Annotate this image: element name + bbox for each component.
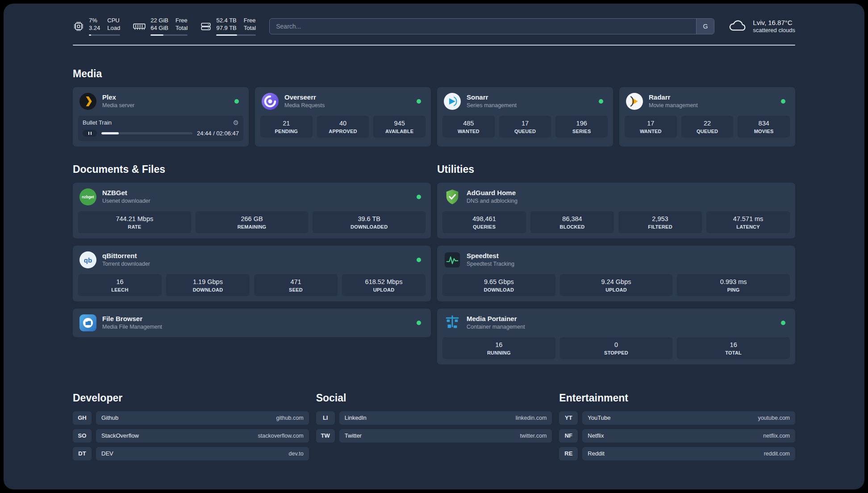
bookmark-youtube[interactable]: YouTube youtube.com — [582, 411, 795, 425]
search-bar: G — [269, 18, 714, 34]
disk-free-value: 52.4 TB — [216, 17, 236, 25]
system-stats: 7% 3.24 CPU Load — [73, 17, 256, 36]
sonarr-subtitle: Series management — [467, 102, 593, 109]
cpu-percent: 7% — [89, 17, 100, 25]
stat-download: 1.19 Gbps DOWNLOAD — [166, 274, 250, 296]
adguard-subtitle: DNS and adblocking — [467, 198, 789, 205]
ram-label-1: Free — [175, 17, 188, 25]
nzbget-icon: nzbget — [79, 188, 97, 206]
stat-queued: 17 QUEUED — [499, 116, 551, 138]
qbittorrent-status-dot — [417, 258, 421, 262]
github-abbr: GH — [73, 411, 92, 425]
cpu-stat: 7% 3.24 CPU Load — [73, 17, 120, 36]
plex-status-dot — [234, 99, 239, 104]
ram-free-value: 22 GiB — [150, 17, 168, 25]
card-speedtest[interactable]: Speedtest Speedtest Tracking 9.65 Gbps D… — [437, 246, 795, 301]
top-bar: 7% 3.24 CPU Load — [73, 17, 795, 36]
stat-filtered: 2,953 FILTERED — [618, 211, 702, 233]
stat-queries: 498,461 QUERIES — [442, 211, 526, 233]
stat-leech: 16 LEECH — [78, 274, 162, 296]
search-input[interactable] — [270, 19, 696, 34]
stat-latency: 47.571 ms LATENCY — [706, 211, 790, 233]
card-portainer[interactable]: Media Portainer Container management 16 … — [437, 309, 795, 364]
speedtest-icon — [443, 251, 461, 269]
bookmark-linkedin[interactable]: LinkedIn linkedin.com — [339, 411, 552, 425]
ram-stat: 22 GiB 64 GiB Free Total — [133, 17, 188, 36]
qbittorrent-name: qBittorrent — [102, 252, 411, 260]
card-adguard[interactable]: AdGuard Home DNS and adblocking 498,461 … — [437, 183, 795, 238]
developer-heading: Developer — [73, 392, 309, 404]
sonarr-status-dot — [599, 99, 603, 104]
stat-remaining: 266 GB REMAINING — [196, 211, 309, 233]
card-sonarr[interactable]: Sonarr Series management 485 WANTED 17 Q… — [437, 87, 613, 146]
card-filebrowser[interactable]: File Browser Media File Management — [73, 309, 431, 337]
bookmark-reddit[interactable]: Reddit reddit.com — [582, 447, 795, 460]
filebrowser-subtitle: Media File Management — [102, 324, 411, 331]
disk-stat: 52.4 TB 97.9 TB Free Total — [200, 17, 256, 36]
netflix-abbr: NF — [559, 429, 578, 443]
adguard-name: AdGuard Home — [467, 189, 789, 197]
stat-upload: 618.52 Mbps UPLOAD — [342, 274, 426, 296]
documents-heading: Documents & Files — [73, 163, 431, 175]
ram-label-2: Total — [175, 25, 188, 32]
playback-progress-bar[interactable] — [101, 132, 192, 134]
nzbget-subtitle: Usenet downloader — [102, 198, 411, 205]
filebrowser-name: File Browser — [102, 315, 411, 323]
stat-upload: 9.24 Gbps UPLOAD — [560, 274, 673, 296]
card-radarr[interactable]: Radarr Movie management 17 WANTED 22 QUE… — [619, 87, 795, 146]
bookmark-group-developer: Developer GH Github github.com SO StackO… — [73, 392, 309, 460]
portainer-icon — [443, 314, 461, 332]
card-nzbget[interactable]: nzbget NZBGet Usenet downloader 744.21 M… — [73, 183, 431, 238]
bookmark-twitter[interactable]: Twitter twitter.com — [339, 429, 552, 443]
card-overseerr[interactable]: Overseerr Media Requests 21 PENDING 40 A… — [255, 87, 431, 146]
filebrowser-status-dot — [417, 321, 421, 325]
stackoverflow-abbr: SO — [73, 429, 92, 443]
documents-section: Documents & Files nzbget NZBGet Usenet d — [73, 163, 431, 337]
disk-icon — [200, 21, 212, 32]
card-plex[interactable]: Plex Media server Bullet Train ⚙ — [73, 87, 249, 146]
portainer-subtitle: Container management — [467, 324, 776, 331]
twitter-abbr: TW — [316, 429, 335, 443]
weather-location: Lviv, 16.87°C — [753, 18, 795, 27]
dashboard-page: 7% 3.24 CPU Load — [4, 4, 864, 489]
stat-pending: 21 PENDING — [260, 116, 313, 138]
bookmark-stackoverflow[interactable]: StackOverflow stackoverflow.com — [96, 429, 309, 443]
entertainment-heading: Entertainment — [559, 392, 795, 404]
pause-button[interactable] — [83, 130, 97, 137]
playback-time: 24:44 / 02:06:47 — [197, 130, 239, 137]
stat-blocked: 86,384 BLOCKED — [530, 211, 614, 233]
bookmark-group-entertainment: Entertainment YT YouTube youtube.com NF … — [559, 392, 795, 460]
stat-queued: 22 QUEUED — [681, 116, 734, 138]
disk-total-value: 97.9 TB — [216, 25, 236, 32]
ram-stat-body: 22 GiB 64 GiB Free Total — [150, 17, 188, 36]
bookmark-netflix[interactable]: Netflix netflix.com — [582, 429, 795, 443]
stat-approved: 40 APPROVED — [317, 116, 369, 138]
stat-stopped: 0 STOPPED — [560, 337, 673, 359]
sonarr-icon — [443, 92, 461, 110]
cpu-stat-body: 7% 3.24 CPU Load — [89, 17, 120, 36]
gear-icon[interactable]: ⚙ — [233, 119, 239, 126]
utilities-heading: Utilities — [437, 163, 795, 175]
cpu-icon — [73, 21, 84, 32]
stat-rate: 744.21 Mbps RATE — [78, 211, 191, 233]
cpu-progress-bar — [89, 34, 120, 36]
svg-text:qb: qb — [84, 256, 92, 264]
plex-icon — [79, 92, 97, 110]
ram-icon — [133, 21, 146, 32]
radarr-icon — [626, 92, 643, 110]
bookmark-github[interactable]: Github github.com — [96, 411, 309, 425]
overseerr-name: Overseerr — [284, 93, 411, 102]
stat-ping: 0.993 ms PING — [677, 274, 790, 296]
stat-running: 16 RUNNING — [442, 337, 555, 359]
stat-movies: 834 MOVIES — [738, 116, 790, 138]
speedtest-name: Speedtest — [467, 252, 789, 260]
utilities-section: Utilities AdGuard Home — [437, 163, 795, 364]
search-engine-button[interactable]: G — [696, 19, 714, 34]
card-qbittorrent[interactable]: qb qBittorrent Torrent downloader 16 LEE… — [73, 246, 431, 301]
weather-widget: Lviv, 16.87°C scattered clouds — [728, 18, 795, 34]
dev-abbr: DT — [73, 447, 92, 460]
ram-progress-bar — [150, 34, 188, 36]
bookmark-dev[interactable]: DEV dev.to — [96, 447, 309, 460]
portainer-name: Media Portainer — [467, 315, 776, 323]
speedtest-subtitle: Speedtest Tracking — [467, 261, 789, 268]
